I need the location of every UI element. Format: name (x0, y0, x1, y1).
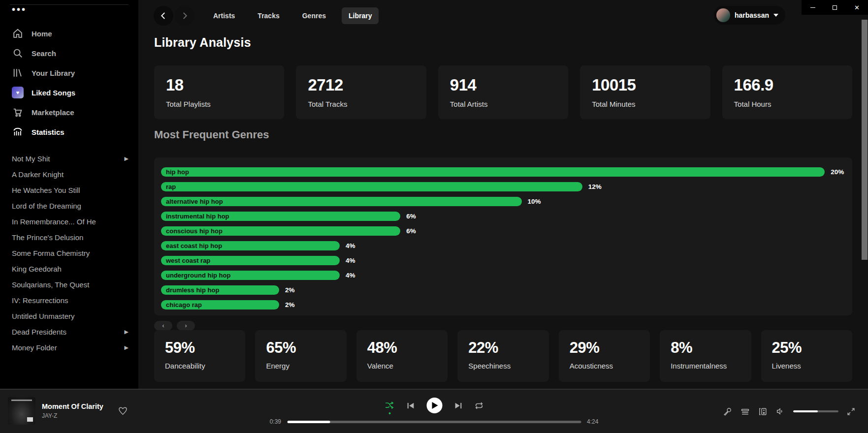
playlist-item[interactable]: Some Forma Chemistry (0, 245, 138, 261)
stat-value: 18 (166, 76, 272, 94)
user-menu[interactable]: harbassan (714, 6, 785, 25)
sidebar-item-your-library[interactable]: Your Library (0, 63, 138, 83)
stat-label: Total Hours (734, 100, 840, 108)
liked-songs-icon: ♥ (12, 87, 24, 98)
sidebar-item-label: Liked Songs (32, 89, 75, 97)
tab-tracks[interactable]: Tracks (251, 7, 286, 24)
playlist-item[interactable]: In Remembrance... Of He (0, 214, 138, 229)
maximize-icon (833, 5, 837, 10)
genre-bar-row: conscious hip hop6% (161, 223, 845, 238)
genre-bar[interactable]: alternative hip hop (161, 197, 522, 206)
next-track-button[interactable] (454, 402, 462, 410)
feature-card-acousticness: 29% Acousticness (559, 330, 650, 382)
close-button[interactable]: ✕ (846, 0, 868, 15)
genre-bar-row: alternative hip hop10% (161, 194, 845, 209)
playlist-item[interactable]: A Darker Knight (0, 166, 138, 182)
playlist-item[interactable]: King Geedorah (0, 261, 138, 277)
pager-prev-button[interactable]: ‹ (154, 321, 172, 331)
genre-bar[interactable]: rap (161, 182, 582, 191)
sidebar-item-label: Search (32, 49, 56, 58)
tab-artists[interactable]: Artists (206, 7, 242, 24)
genres-section-title: Most Frequent Genres (154, 128, 269, 141)
chevron-right-icon: ▶ (125, 155, 129, 162)
now-playing-info: Moment Of Clarity JAY-Z (42, 402, 103, 419)
genre-bar-row: chicago rap2% (161, 297, 845, 312)
player-bar: Moment Of Clarity JAY-Z 0: (0, 389, 868, 433)
play-button[interactable] (426, 398, 442, 413)
feature-label: Energy (266, 362, 335, 370)
playlist-item[interactable]: The Prince's Delusion (0, 229, 138, 245)
feature-card-valence: 48% Valence (356, 330, 448, 382)
feature-label: Liveness (772, 362, 841, 370)
genre-bar[interactable]: drumless hip hop (161, 285, 279, 295)
stat-value: 166.9 (734, 76, 840, 94)
like-button[interactable] (118, 406, 128, 416)
playlist-folder[interactable]: Money Folder▶ (0, 340, 138, 355)
stat-card-total-artists: 914 Total Artists (438, 65, 568, 119)
genre-bar[interactable]: instrumental hip hop (161, 212, 400, 221)
lyrics-mic-button[interactable] (723, 407, 732, 416)
volume-slider[interactable] (793, 410, 838, 412)
connect-device-button[interactable] (758, 407, 768, 416)
tab-genres[interactable]: Genres (295, 7, 333, 24)
genre-percent: 20% (831, 168, 844, 176)
playlist-folder[interactable]: Not My Shit▶ (0, 151, 138, 166)
maximize-button[interactable] (824, 0, 846, 15)
app-menu-icon[interactable]: ••• (12, 4, 27, 15)
stat-label: Total Playlists (166, 100, 272, 108)
previous-track-button[interactable] (406, 402, 415, 410)
genre-bar[interactable]: conscious hip hop (161, 226, 400, 236)
playlist-item[interactable]: Lord of the Dreaming (0, 198, 138, 214)
sidebar-item-home[interactable]: Home (0, 24, 138, 43)
sidebar-item-statistics[interactable]: Statistics (0, 122, 138, 142)
playlist-item[interactable]: Untitled Unmastery (0, 308, 138, 324)
track-artist[interactable]: JAY-Z (42, 412, 103, 419)
back-button[interactable] (154, 6, 173, 26)
sidebar-item-search[interactable]: Search (0, 43, 138, 63)
page-title: Library Analysis (154, 35, 251, 50)
now-playing: Moment Of Clarity JAY-Z (8, 397, 128, 425)
genre-bar[interactable]: hip hop (161, 167, 825, 177)
feature-value: 29% (570, 339, 639, 357)
stat-value: 914 (450, 76, 556, 94)
pager-next-button[interactable]: › (177, 321, 195, 331)
fullscreen-button[interactable] (847, 407, 855, 416)
forward-button[interactable] (175, 6, 194, 26)
feature-label: Instrumentalness (671, 362, 740, 370)
total-time: 4:24 (587, 418, 604, 425)
genre-bar[interactable]: chicago rap (161, 300, 279, 309)
cart-icon (12, 106, 24, 118)
feature-label: Danceability (165, 362, 234, 370)
minimize-button[interactable] (802, 0, 824, 15)
genre-percent: 6% (406, 213, 416, 220)
playlist-item[interactable]: IV: Resurrections (0, 292, 138, 308)
tab-library[interactable]: Library (342, 7, 379, 24)
playlist-item[interactable]: Soulqarians, The Quest (0, 277, 138, 292)
playlist-item[interactable]: He Watches You Still (0, 182, 138, 198)
album-art[interactable] (8, 397, 35, 425)
sidebar-item-marketplace[interactable]: Marketplace (0, 102, 138, 122)
progress-bar[interactable] (287, 421, 581, 423)
feature-value: 8% (671, 339, 740, 357)
stats-tabs: Artists Tracks Genres Library (206, 6, 379, 26)
repeat-button[interactable] (474, 401, 483, 410)
genre-bar[interactable]: west coast rap (161, 256, 340, 265)
library-icon (12, 67, 24, 79)
shuffle-button[interactable] (385, 401, 394, 410)
genre-bar[interactable]: east coast hip hop (161, 241, 340, 250)
username: harbassan (735, 11, 769, 19)
progress-fill (287, 421, 330, 423)
genre-bar[interactable]: underground hip hop (161, 271, 340, 280)
genre-bar-row: east coast hip hop4% (161, 238, 845, 253)
genre-pager: ‹ › (154, 321, 195, 331)
genre-bar-row: west coast rap4% (161, 253, 845, 268)
play-icon (432, 402, 438, 409)
search-icon (12, 47, 24, 59)
volume-icon[interactable] (776, 407, 785, 416)
genre-percent: 6% (406, 227, 416, 235)
queue-button[interactable] (740, 407, 750, 416)
vertical-scrollbar-thumb[interactable] (862, 20, 868, 260)
playlist-folder[interactable]: Dead Presidents▶ (0, 324, 138, 340)
sidebar-item-liked-songs[interactable]: ♥ Liked Songs (0, 83, 138, 102)
track-title[interactable]: Moment Of Clarity (42, 402, 103, 410)
